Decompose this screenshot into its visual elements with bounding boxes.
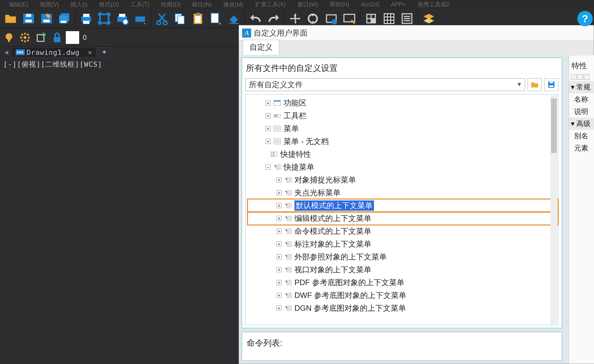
tree-node-command-context[interactable]: +命令模式的上下文菜单 [248, 225, 558, 238]
prop-row-alias[interactable]: 别名 [569, 130, 594, 142]
pan-button[interactable] [287, 10, 304, 27]
window-icon [273, 100, 281, 106]
tree-scrollbar[interactable] [550, 95, 557, 324]
prop-row-element[interactable]: 元素 [569, 142, 594, 154]
cui-tree[interactable]: +功能区 +工具栏 +菜单 +菜单 - 无文档 快捷特性 −快捷菜单 +对象捕捉… [245, 94, 558, 325]
prop-categorize-icon[interactable] [571, 74, 577, 80]
tree-node-ribbon[interactable]: +功能区 [248, 97, 558, 109]
properties-button[interactable] [362, 10, 380, 27]
svg-rect-13 [119, 14, 125, 17]
zoom-window-button[interactable] [323, 10, 340, 27]
menu-icon [273, 125, 281, 132]
menu-help[interactable]: 帮助(H) [330, 1, 349, 8]
app-icon: A [242, 29, 251, 38]
tree-node-grip-cursor[interactable]: +夹点光标菜单 [248, 186, 558, 199]
svg-rect-51 [274, 100, 280, 102]
erase-button[interactable] [225, 10, 242, 27]
chevron-down-icon: ▼ [516, 81, 522, 88]
tree-node-xref-context[interactable]: +外部参照对象的上下文菜单 [248, 250, 558, 263]
document-tab[interactable]: DWG Drawing1.dwg × [12, 47, 97, 57]
menu-format[interactable]: 格式(O) [99, 1, 119, 8]
svg-point-44 [27, 39, 29, 41]
layer-color-swatch[interactable] [65, 31, 80, 44]
document-name: Drawing1.dwg [27, 48, 80, 56]
prop-expand-icon[interactable] [584, 74, 590, 80]
print-area-button[interactable] [96, 10, 113, 27]
save-file-button[interactable] [544, 78, 558, 91]
close-tab-icon[interactable]: × [88, 48, 92, 56]
menu-edit[interactable]: 编辑(E) [9, 1, 28, 8]
svg-rect-48 [549, 85, 554, 87]
save-all-button[interactable] [56, 10, 73, 27]
tree-node-pdf-context[interactable]: +PDF 参考底图对象的上下文菜单 [248, 276, 558, 289]
dwg-icon: DWG [16, 49, 25, 55]
paste-button[interactable] [189, 10, 207, 27]
svg-rect-49 [550, 81, 553, 83]
prop-sort-icon[interactable] [577, 74, 583, 80]
layer-lock-icon[interactable] [49, 30, 65, 45]
grid-button[interactable] [380, 10, 398, 27]
open-button[interactable] [2, 10, 19, 27]
tree-node-dgn-context[interactable]: +DGN 参考底图对象的上下文菜单 [248, 302, 558, 315]
save-button[interactable] [20, 10, 37, 27]
menu-draw[interactable]: 绘图(D) [161, 1, 181, 8]
menu-insert[interactable]: 插入(I) [71, 1, 88, 8]
layer-bulb-icon[interactable] [1, 30, 17, 45]
menu-arcgis[interactable]: ArcGIS [361, 1, 379, 8]
tree-node-viewport-context[interactable]: +视口对象的上下文菜单 [248, 263, 558, 276]
menu-tools[interactable]: 工具(T) [131, 1, 149, 8]
tree-node-shortcut-menus[interactable]: −快捷菜单 [248, 161, 558, 174]
tree-node-osnap-cursor[interactable]: +对象捕捉光标菜单 [248, 174, 558, 186]
print-button[interactable] [78, 10, 95, 27]
tree-node-dimension-context[interactable]: +标注对象的上下文菜单 [248, 238, 558, 250]
cut-button[interactable] [153, 10, 171, 27]
svg-rect-30 [367, 15, 370, 18]
command-list-panel: 命令列表: [242, 332, 562, 361]
tree-node-toolbars[interactable]: +工具栏 [248, 109, 558, 122]
tree-node-edit-context[interactable]: +编辑模式的上下文菜单 [248, 212, 558, 225]
prop-group-advanced[interactable]: ▾ 高级 [569, 118, 594, 130]
prop-group-general[interactable]: ▾ 常规 [569, 81, 594, 93]
save-as-button[interactable] [38, 10, 55, 27]
svg-rect-24 [229, 23, 239, 24]
print-preview-button[interactable] [114, 10, 131, 27]
section-title-customizations: 所有文件中的自定义设置 [245, 61, 558, 77]
prop-row-name[interactable]: 名称 [569, 93, 594, 106]
redo-button[interactable] [265, 10, 282, 27]
tree-node-menus[interactable]: +菜单 [248, 122, 558, 135]
prop-row-desc[interactable]: 说明 [569, 106, 594, 118]
tab-customize[interactable]: 自定义 [243, 40, 279, 55]
list-button[interactable] [398, 10, 416, 27]
menu-express[interactable]: 扩展工具(X) [255, 1, 286, 8]
zoom-extents-button[interactable] [341, 10, 358, 27]
menu-yanxiu[interactable]: 燕秀工具箱2. [418, 1, 451, 8]
menu-modify[interactable]: 修改(M) [223, 1, 243, 8]
customization-file-dropdown[interactable]: 所有自定义文件 ▼ [245, 78, 525, 91]
new-tab-button[interactable]: ✦ [98, 47, 110, 57]
context-menu-icon [284, 202, 292, 209]
plot-button[interactable] [132, 10, 149, 27]
tree-node-default-context[interactable]: +默认模式的上下文菜单 [248, 199, 558, 212]
svg-rect-31 [372, 15, 375, 18]
copy-button[interactable] [171, 10, 189, 27]
tree-node-quick-props[interactable]: 快捷特性 [248, 148, 558, 161]
undo-button[interactable] [247, 10, 264, 27]
open-folder-button[interactable] [528, 78, 542, 91]
paste-block-button[interactable] [207, 10, 225, 27]
layer-freeze-icon[interactable] [17, 30, 33, 45]
context-menu-icon [284, 254, 292, 260]
svg-rect-45 [37, 35, 44, 41]
tree-node-dwf-context[interactable]: +DWF 参考底图对象的上下文菜单 [248, 289, 558, 302]
menu-view[interactable]: 视图(V) [40, 1, 59, 8]
menu-dimension[interactable]: 标注(N) [192, 1, 212, 8]
help-icon[interactable]: ? [577, 11, 593, 26]
tree-node-menus-nodoc[interactable]: +菜单 - 无文档 [248, 135, 558, 148]
layers-button[interactable] [420, 10, 437, 27]
layer-new-icon[interactable] [33, 30, 49, 45]
menu-app-plus[interactable]: APP+ [391, 1, 406, 8]
properties-panel: 特性 ▾ 常规 名称 说明 ▾ 高级 别名 元素 [569, 55, 594, 364]
svg-point-40 [24, 40, 26, 42]
zoom-realtime-button[interactable] [305, 10, 322, 27]
menu-window[interactable]: 窗口(W) [297, 1, 318, 8]
tab-prev-icon[interactable]: ◄ [3, 49, 10, 56]
